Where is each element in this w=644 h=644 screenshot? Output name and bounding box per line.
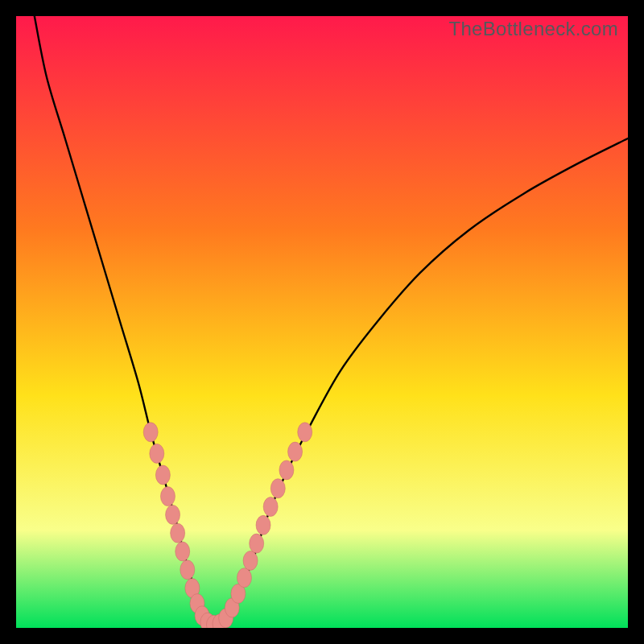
marker-dot <box>150 444 164 463</box>
chart-frame: TheBottleneck.com <box>16 16 628 628</box>
marker-dot <box>143 423 158 442</box>
marker-dot <box>243 551 258 570</box>
marker-dot <box>250 534 264 553</box>
marker-dot <box>288 442 303 461</box>
marker-dot <box>256 515 270 535</box>
marker-dot <box>160 487 175 506</box>
marker-dot <box>270 479 285 498</box>
marker-dot <box>298 423 312 442</box>
marker-dot <box>263 497 278 517</box>
bottleneck-chart <box>16 16 628 628</box>
marker-dot <box>171 523 185 543</box>
marker-dot <box>237 568 251 588</box>
marker-dot <box>279 460 294 480</box>
watermark-text: TheBottleneck.com <box>448 18 618 40</box>
marker-dot <box>155 465 170 485</box>
gradient-background <box>16 16 628 628</box>
marker-dot <box>166 505 180 524</box>
marker-dot <box>175 542 190 561</box>
marker-dot <box>180 560 195 580</box>
